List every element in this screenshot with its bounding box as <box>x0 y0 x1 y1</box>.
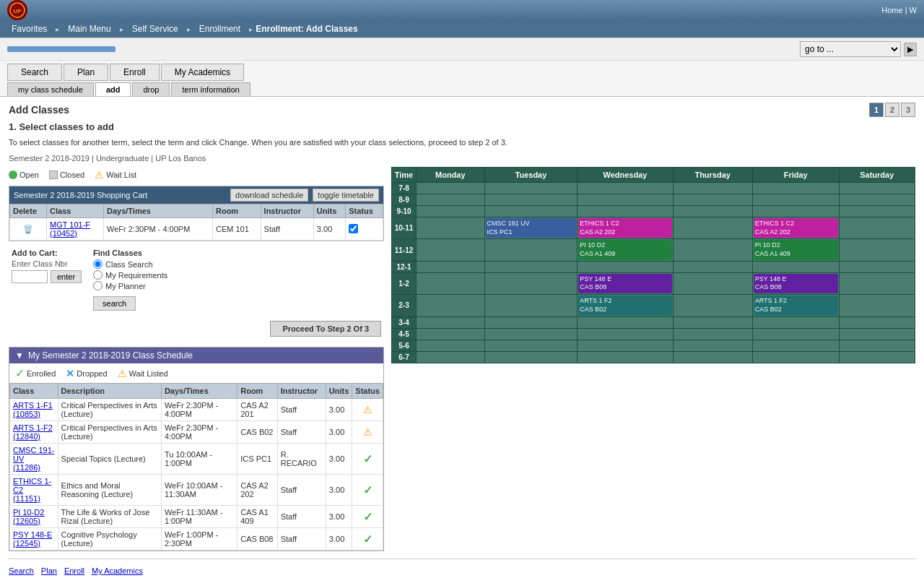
radio-my-requirements-label: My Requirements <box>105 271 167 280</box>
sched-class[interactable]: ETHICS 1-C2(11151) <box>10 475 58 506</box>
sched-status: ✓ <box>352 444 383 475</box>
timetable-block: PSY 148 ECAS B08 <box>578 274 671 293</box>
subtab-term-information[interactable]: term information <box>171 82 250 96</box>
tab-search[interactable]: Search <box>7 64 62 81</box>
goto-button[interactable]: ▶ <box>904 43 917 56</box>
sched-class[interactable]: PSY 148-E(12545) <box>10 528 58 551</box>
timetable-friday-header: Friday <box>752 168 839 183</box>
schedule-row: PSY 148-E(12545)Cognitive Psychology (Le… <box>10 528 383 551</box>
sched-units: 3.00 <box>326 528 352 551</box>
shopping-cart-section: Semester 2 2018-2019 Shopping Cart downl… <box>9 186 384 241</box>
timetable-cell <box>673 328 752 340</box>
bottom-link-my-academics[interactable]: My Academics <box>92 566 143 575</box>
timetable-cell: ARTS 1 F2CAS B02 <box>752 295 839 316</box>
col-room: Room <box>212 204 261 218</box>
sched-description: Special Topics (Lecture) <box>58 444 161 475</box>
timetable-cell <box>839 351 915 363</box>
nav-arrow-1: ▸ <box>56 25 59 33</box>
timetable-cell <box>752 261 839 272</box>
tab-plan[interactable]: Plan <box>64 64 108 81</box>
bottom-link-enroll[interactable]: Enroll <box>64 566 84 575</box>
timetable-cell <box>673 351 752 363</box>
timetable-cell <box>417 340 485 351</box>
breadcrumb-main-menu[interactable]: Main Menu <box>62 22 116 35</box>
timetable-time-cell: 11-12 <box>392 239 417 261</box>
right-panel: Time Monday Tuesday Wednesday Thursday F… <box>391 167 915 363</box>
timetable-cell <box>839 194 915 206</box>
radio-my-planner-input[interactable] <box>93 281 103 290</box>
search-button[interactable]: search <box>93 296 136 311</box>
breadcrumb: Favorites ▸ Main Menu ▸ Self Service ▸ E… <box>0 20 924 38</box>
sched-col-description: Description <box>58 384 161 399</box>
sched-instructor: Staff <box>277 475 326 506</box>
schedule-legend: ✓ Enrolled ✕ Dropped ⚠ Wait Listed <box>9 363 383 383</box>
breadcrumb-self-service[interactable]: Self Service <box>126 22 184 35</box>
cart-delete[interactable]: 🗑️ <box>10 218 47 241</box>
radio-my-requirements-input[interactable] <box>93 270 103 280</box>
timetable-block: ARTS 1 F2CAS B02 <box>754 296 838 315</box>
sched-class[interactable]: ARTS 1-F1(10853) <box>10 399 58 421</box>
class-nbr-input[interactable] <box>12 270 48 283</box>
breadcrumb-current: Enrollment: Add Classes <box>256 24 358 34</box>
timetable-cell <box>484 194 578 206</box>
bottom-link-search[interactable]: Search <box>9 566 34 575</box>
timetable-cell <box>417 316 485 328</box>
cart-row: 🗑️ MGT 101-F(10452) WeFr 2:30PM - 4:00PM… <box>10 218 383 241</box>
timetable-cell <box>839 328 915 340</box>
timetable-cell <box>417 217 485 239</box>
enter-button[interactable]: enter <box>51 270 82 283</box>
step-1: 1 <box>869 103 884 117</box>
schedule-row: ARTS 1-F1(10853)Critical Perspectives in… <box>10 399 383 421</box>
nav-arrow-2: ▸ <box>120 25 123 33</box>
sched-class[interactable]: PI 10-D2(12605) <box>10 506 58 528</box>
timetable-block: PSY 148 ECAS B08 <box>754 274 838 293</box>
sched-units: 3.00 <box>326 444 352 475</box>
col-class: Class <box>47 204 104 218</box>
breadcrumb-enrollment[interactable]: Enrollment <box>193 22 246 35</box>
schedule-table: Class Description Days/Times Room Instru… <box>9 383 383 551</box>
sched-room: CAS B08 <box>237 528 277 551</box>
bottom-link-plan[interactable]: Plan <box>41 566 57 575</box>
timetable-time-cell: 1-2 <box>392 272 417 294</box>
sched-class[interactable]: ARTS 1-F2(12840) <box>10 421 58 444</box>
header: UP Home | W <box>0 0 924 20</box>
timetable-cell <box>839 261 915 272</box>
timetable-cell <box>578 206 673 217</box>
sched-description: Critical Perspectives in Arts (Lecture) <box>58 421 161 444</box>
sched-days-times: WeFr 2:30PM - 4:00PM <box>161 421 237 444</box>
timetable-saturday-header: Saturday <box>839 168 915 183</box>
bottom-nav: Search Plan Enroll My Academics My Class… <box>9 566 915 578</box>
timetable-cell <box>752 340 839 351</box>
goto-dropdown[interactable]: go to ... <box>800 41 901 57</box>
semester-info: Semester 2 2018-2019 | Undergraduate | U… <box>9 154 915 163</box>
class-schedule-header[interactable]: ▼ My Semester 2 2018-2019 Class Schedule <box>9 348 383 363</box>
timetable-cell <box>417 351 485 363</box>
subtab-add[interactable]: add <box>95 82 131 96</box>
cart-table: Delete Class Days/Times Room Instructor … <box>9 204 383 241</box>
timetable-thursday-header: Thursday <box>673 168 752 183</box>
col-days-times: Days/Times <box>104 204 213 218</box>
subtab-drop[interactable]: drop <box>132 82 170 96</box>
download-schedule-button[interactable]: download schedule <box>230 189 308 202</box>
timetable-cell: PI 10 D2CAS A1 409 <box>578 239 673 261</box>
timetable-time-cell: 10-11 <box>392 217 417 239</box>
timetable-cell <box>673 272 752 294</box>
tab-my-academics[interactable]: My Academics <box>161 64 244 81</box>
cart-status-checkbox[interactable] <box>349 224 358 233</box>
timetable-cell <box>578 328 673 340</box>
sched-class[interactable]: CMSC 191-UV(11286) <box>10 444 58 475</box>
tab-enroll[interactable]: Enroll <box>110 64 160 81</box>
class-schedule-section: ▼ My Semester 2 2018-2019 Class Schedule… <box>9 347 384 551</box>
step-3: 3 <box>901 103 915 117</box>
svg-text:UP: UP <box>13 8 22 14</box>
sched-status: ✓ <box>352 528 383 551</box>
proceed-button[interactable]: Proceed To Step 2 Of 3 <box>270 321 381 337</box>
subtab-my-class-schedule[interactable]: my class schedule <box>7 82 94 96</box>
toggle-timetable-button[interactable]: toggle timetable <box>313 189 379 202</box>
timetable-block: ETHICS 1 C2CAS A2 202 <box>578 218 671 238</box>
sched-days-times: Tu 10:00AM - 1:00PM <box>161 444 237 475</box>
radio-class-search-input[interactable] <box>93 259 103 269</box>
page-title: Add Classes 1 2 3 <box>9 103 915 117</box>
breadcrumb-favorites[interactable]: Favorites <box>6 22 53 35</box>
cart-class[interactable]: MGT 101-F(10452) <box>47 218 104 241</box>
